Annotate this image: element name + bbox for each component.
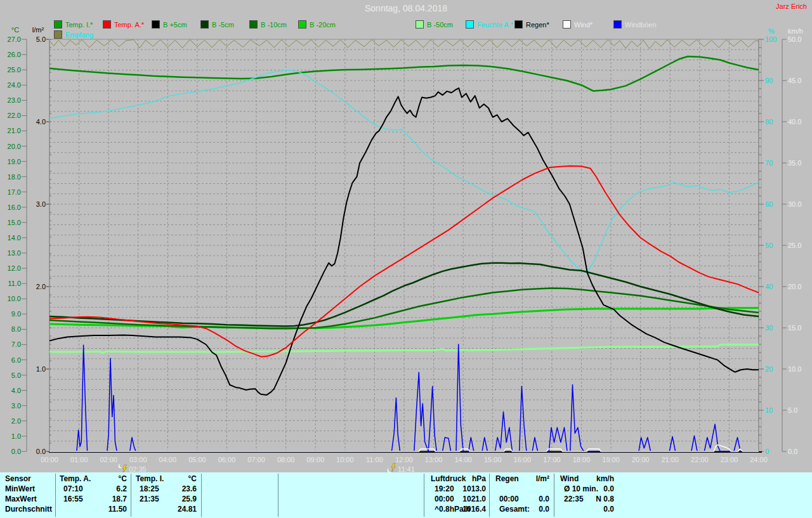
stat-value: N 0.8: [557, 495, 614, 503]
percent-tick-label: 0: [765, 448, 769, 455]
b-minus10-swatch-icon: [249, 20, 258, 29]
legend-label: Temp. A.*: [114, 21, 144, 29]
empfang-swatch-icon: [54, 30, 62, 39]
sensor-unit: l/m²: [492, 474, 549, 483]
kmh-tick-label: 50.0: [788, 36, 801, 43]
stat-value: 1021.0: [429, 495, 486, 503]
percent-tick-label: 40: [765, 283, 773, 290]
legend-item-b-minus20: B -20cm: [298, 18, 336, 30]
time-tick-label: 02:00: [100, 456, 117, 463]
time-tick-label: 06:00: [218, 456, 236, 463]
legend-item-regen: Regen*: [514, 18, 549, 30]
legend-item-empfang: Empfang: [54, 29, 93, 40]
moonset-marker: 02:35: [119, 463, 147, 473]
time-tick-label: 08:00: [277, 456, 295, 463]
time-tick-label: 17:00: [543, 456, 561, 463]
author-label: Jarz Erich: [776, 3, 807, 10]
time-tick-label: 09:00: [306, 456, 324, 463]
table-separator: [489, 474, 490, 517]
stat-value: 0.0: [492, 495, 549, 503]
percent-tick-label: 90: [765, 77, 773, 84]
percent-tick-label: 80: [765, 118, 773, 126]
time-tick-label: 13:00: [425, 456, 443, 463]
kmh-tick-label: 20.0: [788, 283, 801, 290]
time-axis: 00:0001:0002:0003:0004:0005:0006:0007:00…: [41, 456, 768, 463]
celsius-tick-label: 18.0: [8, 173, 21, 181]
stat-value: 0.0: [492, 505, 549, 514]
legend-label: Feuchte A.*: [477, 21, 513, 29]
percent-tick-label: 50: [765, 242, 773, 249]
kmh-tick-label: 10.0: [788, 365, 801, 373]
percent-tick-label: 100: [765, 36, 776, 43]
table-separator: [55, 474, 56, 517]
lm2-tick-label: 0.0: [36, 448, 46, 455]
celsius-tick-label: 4.0: [11, 387, 21, 394]
celsius-tick-label: 6.0: [11, 356, 21, 364]
celsius-tick-label: 23.0: [8, 96, 21, 104]
percent-tick-label: 30: [765, 324, 773, 332]
row-label: MaxWert: [5, 495, 37, 503]
legend-item-b-minus10: B -10cm: [249, 18, 287, 30]
percent-unit-label: %: [768, 27, 775, 35]
axes: 0.01.02.03.04.05.06.07.08.09.010.011.012…: [8, 26, 803, 455]
legend-label: Windböen: [625, 21, 657, 29]
sensor-unit: km/h: [557, 474, 614, 483]
stat-value: 0.0: [557, 505, 614, 514]
stat-value: 6.2: [70, 484, 127, 493]
stat-value: 25.9: [140, 495, 197, 503]
kmh-tick-label: 5.0: [788, 406, 797, 414]
stat-value: 23.6: [140, 484, 197, 493]
lm2-tick-label: 5.0: [36, 36, 46, 43]
table-separator: [554, 474, 554, 517]
lm2-tick-label: 2.0: [36, 283, 46, 290]
sensor-unit: °C: [70, 474, 127, 483]
celsius-tick-label: 26.0: [8, 51, 21, 58]
lm2-tick-label: 4.0: [36, 118, 46, 126]
table-separator: [278, 474, 278, 517]
legend-item-b-plus5: B +5cm: [152, 18, 187, 30]
legend-item-feuchte: Feuchte A.*: [466, 18, 513, 30]
b-plus5-swatch-icon: [152, 20, 160, 29]
celsius-tick-label: 13.0: [8, 249, 21, 257]
celsius-tick-label: 11.0: [8, 280, 21, 287]
legend-item-b-minus50: B -50cm: [416, 18, 453, 30]
time-tick-label: 16:00: [514, 456, 532, 463]
celsius-tick-label: 14.0: [8, 234, 21, 242]
time-tick-label: 12:00: [395, 456, 413, 463]
windboeen-swatch-icon: [613, 20, 622, 29]
celsius-tick-label: 15.0: [8, 219, 21, 226]
celsius-tick-label: 21.0: [8, 127, 21, 134]
celsius-tick-label: 19.0: [8, 158, 21, 165]
event-markers: 02:3511:41: [119, 463, 415, 473]
table-separator: [131, 474, 131, 517]
percent-tick-label: 20: [765, 365, 773, 373]
celsius-tick-label: 24.0: [8, 81, 21, 89]
temp-i-swatch-icon: [54, 20, 62, 29]
legend-label: Empfang: [65, 31, 93, 39]
time-tick-label: 05:00: [188, 456, 206, 463]
percent-tick-label: 70: [765, 159, 773, 167]
celsius-tick-label: 0.0: [11, 448, 21, 455]
page-title: Sonntag, 08.04.2018: [0, 3, 812, 13]
sensor-unit: °C: [140, 474, 197, 483]
legend-item-wind: Wind*: [563, 18, 593, 30]
percent-tick-label: 10: [765, 406, 773, 414]
time-tick-label: 07:00: [247, 456, 265, 463]
legend-label: Wind*: [574, 21, 593, 29]
temp-a-swatch-icon: [103, 20, 111, 29]
stat-value: 1013.0: [429, 484, 486, 493]
time-tick-label: 01:00: [70, 456, 88, 463]
time-tick-label: 24:00: [750, 456, 768, 463]
legend-label: B -20cm: [310, 21, 336, 29]
table-separator: [424, 474, 424, 517]
time-tick-label: 11:00: [366, 456, 383, 463]
time-tick-label: 21:00: [661, 456, 679, 463]
percent-tick-label: 60: [765, 200, 773, 208]
celsius-unit-label: °C: [11, 26, 19, 34]
time-tick-label: 15:00: [484, 456, 502, 463]
stat-value: 11.50: [70, 505, 127, 514]
event-marker-time: 02:35: [129, 465, 147, 472]
weather-app-screen: 0.01.02.03.04.05.06.07.08.09.010.011.012…: [0, 0, 812, 518]
time-tick-label: 23:00: [721, 456, 738, 463]
weather-chart: 0.01.02.03.04.05.06.07.08.09.010.011.012…: [0, 0, 812, 472]
